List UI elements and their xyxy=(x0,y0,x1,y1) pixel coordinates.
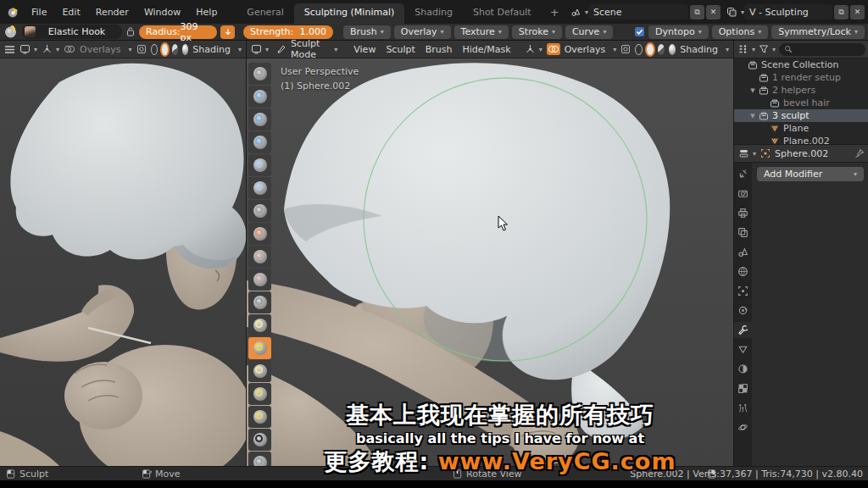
menu-file[interactable]: File xyxy=(24,7,54,18)
viewport-main[interactable]: ▾ Sculpt Mode▾ ViewSculptBrushHide/Mask … xyxy=(246,41,733,466)
outliner-item[interactable]: Scene Collection xyxy=(734,58,868,71)
outliner-item[interactable]: 1 render setup xyxy=(734,71,868,84)
shading-material-icon[interactable] xyxy=(658,44,665,55)
sculpt-brush-button[interactable] xyxy=(248,63,271,85)
options-dropdown[interactable]: Options▾ xyxy=(712,25,768,39)
viewport-menu-view[interactable]: View xyxy=(348,44,381,55)
shading-material-icon[interactable] xyxy=(172,44,178,55)
view-layer-copy-button[interactable]: ⧉ xyxy=(834,5,849,19)
xray-toggle-icon[interactable] xyxy=(620,44,631,54)
workspace-tab[interactable]: General xyxy=(236,3,293,24)
workspace-tab[interactable]: Sculpting (Minimal) xyxy=(294,3,405,24)
shading-solid-icon[interactable] xyxy=(162,44,168,55)
scene-name-field[interactable]: Scene xyxy=(588,4,688,19)
outliner-item[interactable]: ▼3 sculpt xyxy=(734,109,868,122)
sculpt-brush-button[interactable] xyxy=(248,429,271,451)
outliner-display-mode-dropdown[interactable]: ▾ xyxy=(737,44,755,54)
symmetry-lock-dropdown[interactable]: Symmetry/Lock▾ xyxy=(771,25,865,39)
overlays-dropdown[interactable]: Overlays xyxy=(565,44,606,55)
gizmos-dropdown-icon[interactable]: ▾ xyxy=(525,44,542,54)
sculpt-brush-button[interactable] xyxy=(248,337,271,359)
dyntopo-dropdown[interactable]: Dyntopo▾ xyxy=(648,25,709,39)
shading-dropdown[interactable]: Shading xyxy=(192,44,231,55)
outliner-filter-icon[interactable]: ▾ xyxy=(759,44,776,54)
shading-dropdown[interactable]: Shading xyxy=(680,44,718,55)
overlays-toggle-icon[interactable] xyxy=(64,44,75,54)
fake-user-icon[interactable] xyxy=(125,27,136,37)
sculpt-brush-button[interactable] xyxy=(248,360,271,382)
texture-dropdown[interactable]: Texture▾ xyxy=(454,25,509,39)
outliner-search-input[interactable] xyxy=(779,43,865,56)
constraints-icon[interactable] xyxy=(734,302,752,319)
object-icon[interactable] xyxy=(734,283,752,299)
sculpt-brush-button[interactable] xyxy=(248,406,271,428)
world-icon[interactable] xyxy=(734,263,752,280)
sculpt-brush-button[interactable] xyxy=(248,200,271,222)
outliner-item[interactable]: Plane.002 xyxy=(734,135,868,144)
radius-pressure-toggle[interactable] xyxy=(220,25,235,39)
menu-window[interactable]: Window xyxy=(136,7,188,18)
sculpt-brush-button[interactable] xyxy=(248,108,271,130)
outliner-item[interactable]: bevel hair xyxy=(734,97,868,109)
pin-icon[interactable] xyxy=(854,148,865,158)
brush-dropdown[interactable]: Brush▾ xyxy=(343,25,391,39)
view-layer-remove-button[interactable]: ✕ xyxy=(850,5,865,19)
view-layer-browse-icon[interactable]: ▾ xyxy=(726,7,744,17)
properties-editor-type-dropdown[interactable]: ▾ xyxy=(738,148,756,158)
overlays-toggle-icon[interactable] xyxy=(547,43,560,55)
outliner-item[interactable]: ▼2 helpers xyxy=(734,84,868,97)
workspace-tab[interactable]: Shot Default xyxy=(463,3,542,24)
sculpt-brush-button[interactable] xyxy=(248,177,271,199)
add-workspace-button[interactable]: + xyxy=(542,6,568,19)
tool-icon[interactable] xyxy=(734,166,752,182)
editor-type-dropdown[interactable]: ▾ xyxy=(19,44,37,54)
shading-wireframe-icon[interactable] xyxy=(151,44,158,55)
particles-icon[interactable] xyxy=(734,400,752,416)
menu-edit[interactable]: Edit xyxy=(54,7,87,18)
scene-browse-icon[interactable]: ▾ xyxy=(570,7,588,17)
render-icon[interactable] xyxy=(734,186,752,202)
scene-unlink-button[interactable]: ✕ xyxy=(706,5,721,19)
output-icon[interactable] xyxy=(734,205,752,221)
collapsed-menus-icon[interactable] xyxy=(4,45,15,54)
sculpt-brush-button[interactable] xyxy=(248,383,271,405)
physics-icon[interactable] xyxy=(734,419,752,435)
shading-solid-icon[interactable] xyxy=(647,44,654,55)
expand-arrow[interactable]: ▼ xyxy=(748,87,757,94)
modifiers-wrench-icon[interactable] xyxy=(734,322,752,338)
shading-rendered-icon[interactable] xyxy=(182,44,188,55)
scene-copy-button[interactable]: ⧉ xyxy=(690,5,704,19)
radius-slider[interactable]: Radius:309 px xyxy=(139,25,217,39)
sculpt-brush-button[interactable] xyxy=(248,223,271,245)
gizmos-dropdown-icon[interactable]: ▾ xyxy=(42,44,59,54)
sculpt-brush-button[interactable] xyxy=(248,246,271,268)
menu-render[interactable]: Render xyxy=(88,7,136,18)
expand-arrow[interactable]: ▼ xyxy=(748,113,757,119)
sculpt-brush-button[interactable] xyxy=(248,291,271,313)
overlay-dropdown[interactable]: Overlay▾ xyxy=(394,25,451,39)
viewport-left[interactable]: ▾ ▾ Overlays▾ Shading▾ xyxy=(0,41,246,466)
editor-type-dropdown[interactable]: ▾ xyxy=(251,44,269,54)
curve-dropdown[interactable]: Curve▾ xyxy=(565,25,613,39)
material-icon[interactable] xyxy=(734,361,752,377)
viewport-menu-sculpt[interactable]: Sculpt xyxy=(381,44,420,55)
object-data-icon[interactable] xyxy=(734,341,752,358)
add-modifier-dropdown[interactable]: Add Modifier▾ xyxy=(757,167,864,181)
menu-help[interactable]: Help xyxy=(188,7,225,18)
shading-wireframe-icon[interactable] xyxy=(635,44,643,55)
scene-icon[interactable] xyxy=(734,244,752,260)
sculpt-brush-button[interactable] xyxy=(248,86,271,108)
brush-name-field[interactable]: Elastic Hook xyxy=(22,25,122,39)
viewport-menu-brush[interactable]: Brush xyxy=(420,44,458,55)
texture-icon[interactable] xyxy=(734,380,752,396)
sculpt-brush-button[interactable] xyxy=(248,314,271,336)
shading-rendered-icon[interactable] xyxy=(669,44,676,55)
workspace-tab[interactable]: Shading xyxy=(404,3,463,24)
view-layer-name-field[interactable]: V - Sculpting xyxy=(744,4,832,19)
outliner-item[interactable]: Plane xyxy=(734,122,868,135)
stroke-dropdown[interactable]: Stroke▾ xyxy=(512,25,562,39)
viewport-menu-hidemask[interactable]: Hide/Mask xyxy=(458,44,516,55)
dyntopo-checkbox[interactable] xyxy=(634,26,645,37)
sculpt-brush-button[interactable] xyxy=(248,269,271,291)
sculpt-brush-button[interactable] xyxy=(248,154,271,176)
